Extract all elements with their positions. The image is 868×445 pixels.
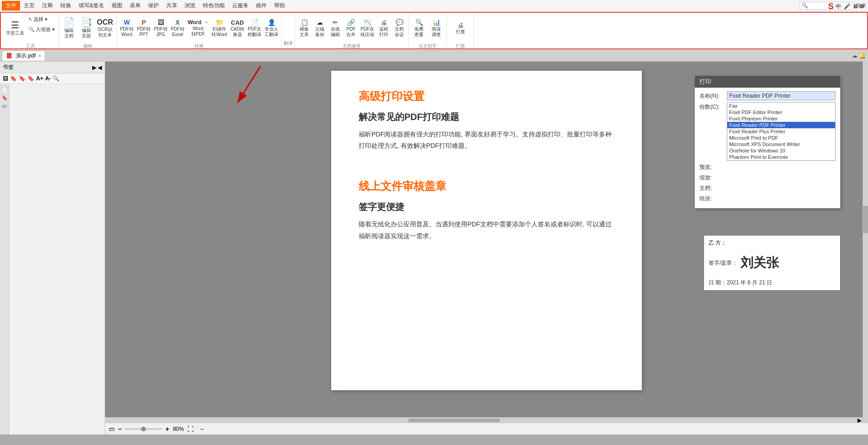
online-edit-icon: ✏ (333, 19, 338, 26)
human-translate-btn[interactable]: 👤 专业人 工翻译 (263, 15, 280, 42)
ocr-btn[interactable]: OCR OCR识 别文本 (95, 15, 115, 42)
scrollbar-v[interactable] (863, 62, 868, 423)
menu-item-annotation[interactable]: 注释 (38, 1, 57, 10)
zoom-expand-icon[interactable]: 🗃 (109, 426, 114, 432)
print-label-preview: 预览: (699, 162, 727, 171)
menu-item-form[interactable]: 表单 (126, 1, 144, 10)
menu-item-help[interactable]: 帮助 (270, 1, 289, 10)
sidebar-controls: ▶ ◀ (92, 64, 102, 71)
sig-top-row: 乙 方： (704, 236, 840, 251)
vtab-item-2[interactable]: 🔖 (1, 94, 8, 101)
printer-list-item-fax[interactable]: Fax (727, 103, 835, 109)
page-fit-btn[interactable]: ↔ (199, 426, 205, 432)
menu-item-cloud[interactable]: 云服务 (228, 1, 252, 10)
zoom-slider-thumb[interactable] (141, 427, 146, 431)
pdf-to-ppt-btn[interactable]: P PDF转 PPT (136, 15, 152, 42)
printer-list-item-foxit-plus[interactable]: Foxit Reader Plus Printer (727, 128, 835, 135)
sidebar-icon-bookmark2[interactable]: 🔖 (19, 75, 26, 82)
vtab-item-3[interactable]: 🏷 (1, 102, 8, 110)
printer-list-item-ms-xps[interactable]: Microsoft XPS Document Writer (727, 141, 835, 147)
cloud-backup-btn[interactable]: ☁ 云端 备份 (312, 15, 327, 42)
menu-item-fill-sign[interactable]: 填写&签名 (75, 1, 108, 10)
zoom-plus-btn[interactable]: + (165, 425, 169, 433)
menu-item-file[interactable]: 文件 (2, 1, 20, 10)
printer-name-input[interactable]: Foxit Reader PDF Printer (727, 91, 836, 100)
cloud-icon: ☁ (852, 52, 857, 59)
word-to-pdf-btn[interactable]: Word → Word 转PDF (186, 15, 210, 42)
printer-list-item-foxit-phantom[interactable]: Foxit Phantom Printer (727, 115, 835, 122)
pdf-to-word-btn[interactable]: W PDF转 Word (119, 15, 135, 42)
printer-list-item-phantom-evernote[interactable]: Phantom Print to Evernote (727, 154, 835, 160)
sidebar-icon-search[interactable]: 🔍 (53, 75, 59, 82)
printer-list-item-foxit-reader[interactable]: Foxit Reader PDF Printer (727, 122, 835, 128)
edit-doc-btn[interactable]: 📄 编辑 文档 (61, 15, 77, 42)
menu-item-browse[interactable]: 浏览 (181, 1, 199, 10)
menu-item-protect[interactable]: 保护 (144, 1, 163, 10)
pdf-section-print: 高级打印设置 解决常见的PDF打印难题 福昕PDF阅读器拥有强大的打印功能, 界… (359, 89, 614, 152)
sidebar-icon-font-smaller[interactable]: A- (45, 75, 51, 82)
print-row-preview: 预览: (699, 162, 836, 171)
pdf-ppt-icon: P (142, 19, 146, 26)
print-setting-btn[interactable]: 🖨 打窝 (451, 15, 470, 42)
sidebar-expand-btn[interactable]: ▶ (92, 64, 96, 71)
printer-list[interactable]: Fax Foxit PDF Editor Printer Foxit Phant… (727, 102, 836, 161)
printer-list-item-ms-pdf[interactable]: Microsoft Print to PDF (727, 135, 835, 141)
pdf-merge-btn[interactable]: 🔗 PDF 合并 (344, 15, 358, 42)
foxit-logo: S 中· 🎤 🖥 ⚙ (828, 2, 864, 11)
menu-item-special[interactable]: 特色功能 (199, 1, 228, 10)
menu-item-convert[interactable]: 转换 (57, 1, 75, 10)
paper-group-label: 论文助手 (418, 42, 437, 49)
zoom-minus-btn[interactable]: − (118, 425, 122, 433)
vtab-item-1[interactable]: 📄 (1, 86, 8, 93)
doc-meeting-btn[interactable]: 💬 文档 会议 (392, 15, 407, 42)
scrollbar-thumb[interactable] (863, 206, 868, 233)
hscroll-thumb[interactable] (408, 419, 500, 422)
fullscreen-btn[interactable]: ⛶ (187, 425, 194, 433)
pdf-translate-btn[interactable]: 📄 PDF文 档翻译 (246, 15, 263, 42)
menu-item-view[interactable]: 视图 (108, 1, 126, 10)
hscroll-bar[interactable]: ▶ (105, 417, 863, 423)
menu-item-share[interactable]: 共享 (163, 1, 181, 10)
pdf-compress-btn[interactable]: 📉 PDF在 线压缩 (359, 15, 376, 42)
template-lib-btn[interactable]: 📋 模板 文库 (297, 15, 312, 42)
ribbon-group-tools: ☰ 手型工具 ↖ 选择 ▾ 🔍 入缩放 ▾ 工具 (3, 14, 59, 47)
cad-icon: CAD (231, 20, 244, 26)
pdf-to-excel-btn[interactable]: X PDF转 Excel (169, 15, 186, 42)
sidebar-icon-bookmark1[interactable]: 🔖 (10, 75, 17, 82)
read-survey-icon: 📊 (433, 19, 440, 26)
cad-converter-btn[interactable]: CAD CAD转 换器 (229, 15, 246, 42)
signature-box: 乙 方： 签字/盖章： 刘关张 日 期： 2021 年 6 月 21 日 (704, 235, 841, 291)
free-check-btn[interactable]: 🔍 免费 查重 (411, 15, 427, 42)
ocr-icon: OCR (97, 19, 113, 26)
sidebar-close-btn[interactable]: ◀ (98, 64, 102, 71)
menu-item-plugin[interactable]: 插件 (252, 1, 270, 10)
remote-print-btn[interactable]: 🖨 远程 打印 (376, 15, 391, 42)
pdf-to-jpg-btn[interactable]: 🖼 PDF转 JPG (153, 15, 169, 42)
doc-service-buttons: 📋 模板 文库 ☁ 云端 备份 ✏ 在线 编辑 🔗 PDF 合并 📉 (297, 15, 407, 42)
menu-item-home[interactable]: 主页 (20, 1, 38, 10)
doc-tab-close-btn[interactable]: × (38, 53, 41, 58)
online-edit-btn[interactable]: ✏ 在线 编辑 (328, 15, 343, 42)
remote-print-label: 远程 打印 (379, 26, 388, 37)
doc-tab[interactable]: 📕 演示.pdf × (2, 51, 45, 61)
notification-icon: 🔔 (859, 52, 866, 59)
zoom-slider[interactable] (125, 428, 162, 430)
sidebar-icon-image[interactable]: 🖼 (3, 75, 8, 82)
sig-date-label: 日 期： (709, 279, 727, 287)
sidebar-icon-bookmark3[interactable]: 🔖 (27, 75, 34, 82)
printer-list-item-foxit-editor[interactable]: Foxit PDF Editor Printer (727, 109, 835, 115)
sidebar-icon-font-bigger[interactable]: A+ (36, 75, 43, 82)
print-label-scale: 缩放: (699, 173, 727, 182)
hand-tool-btn[interactable]: ☰ 手型工具 (5, 15, 26, 42)
edit-page-btn[interactable]: 📑 编辑 页面 (78, 15, 95, 42)
edit-group-label: 编辑 (83, 42, 92, 49)
read-survey-btn[interactable]: 📊 阅读 调查 (428, 15, 445, 42)
select-btn[interactable]: ↖ 选择 ▾ (26, 15, 57, 24)
ribbon-group-paper: 🔍 免费 查重 📊 阅读 调查 论文助手 (409, 14, 447, 47)
main-layout: 书签 ▶ ◀ 🖼 🔖 🔖 🔖 A+ A- 🔍 📄 🔖 🏷 (0, 62, 868, 435)
word-pdf-icon: Word → (188, 20, 209, 25)
tab-bar-right: ☁ 🔔 (852, 52, 866, 59)
scan-to-word-btn[interactable]: 📁 扫描件 转Word (210, 15, 228, 42)
zoom-btn[interactable]: 🔍 入缩放 ▾ (26, 25, 57, 34)
printer-list-item-onenote[interactable]: OneNote for Windows 10 (727, 147, 835, 154)
